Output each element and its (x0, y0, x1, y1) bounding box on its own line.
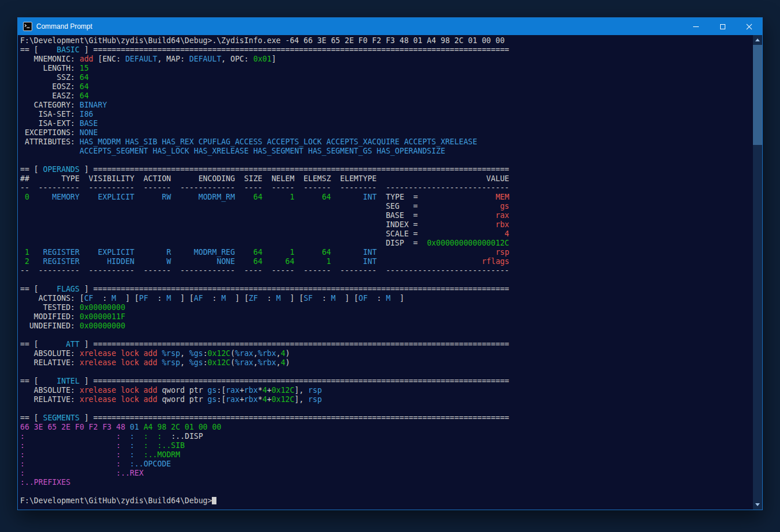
scroll-up-icon (755, 39, 760, 41)
text-span: %rax (235, 349, 253, 358)
text-span: 4 (281, 358, 286, 367)
text-span: M (166, 294, 171, 303)
text-span: ACCEPTS_SEGMENT HAS_LOCK HAS_XRELEASE HA… (79, 147, 445, 155)
text-span (25, 450, 116, 459)
text-span (418, 220, 496, 229)
text-span: ] (272, 55, 276, 63)
text-span: : (116, 450, 121, 459)
text-span: : (116, 432, 121, 441)
text-span (20, 147, 79, 155)
text-span: ABSOLUTE: (20, 386, 79, 395)
text-span: :..SIB (157, 441, 185, 450)
minimize-icon (693, 26, 699, 27)
text-span: SEG = (386, 202, 418, 210)
terminal-output[interactable]: F:\Development\GitHub\zydis\Build64\Debu… (18, 35, 753, 510)
text-span: MODRM_REG (194, 248, 235, 257)
text-span: : (116, 460, 121, 468)
text-span: SCALE = (386, 229, 418, 238)
text-span: 64 (79, 82, 89, 91)
text-span: 66 3E 65 2E F0 F2 F3 (20, 423, 116, 431)
scroll-up-button[interactable] (753, 35, 762, 45)
terminal-line: SEG = gs (20, 202, 753, 211)
text-span: , MAP: (157, 55, 189, 63)
text-span: : (258, 294, 276, 303)
text-span: xrelease lock add (79, 349, 157, 358)
text-span: :..REX (116, 469, 144, 477)
text-span: 0x12C (208, 349, 231, 358)
title-bar[interactable]: Command Prompt (18, 18, 762, 35)
text-span: : (20, 441, 25, 450)
window-controls (683, 18, 762, 35)
text-span: NONE (79, 128, 98, 137)
close-button[interactable] (736, 18, 762, 35)
text-span (135, 441, 144, 450)
scroll-down-icon (755, 503, 760, 506)
text-span: TESTED: (20, 303, 79, 312)
text-span: :[ (216, 386, 226, 395)
text-span (148, 441, 157, 450)
scrollbar-thumb[interactable] (753, 45, 762, 145)
text-span: :..PREFIXES (20, 478, 70, 487)
text-span (295, 193, 322, 201)
terminal-line: ABSOLUTE: xrelease lock add qword ptr gs… (20, 386, 753, 395)
terminal-line: F:\Development\GitHub\zydis\Build64\Debu… (20, 496, 753, 506)
text-span (235, 193, 253, 201)
terminal-line: : : : :..MODRM (20, 450, 753, 460)
text-span: ] (79, 414, 93, 422)
text-span: A4 (143, 423, 157, 431)
text-span: INTEL (57, 377, 80, 385)
text-span (121, 450, 130, 459)
text-span: : (368, 294, 386, 303)
text-span: 0x0000011F (79, 312, 125, 321)
text-span (331, 193, 363, 201)
text-span: : (93, 294, 112, 303)
text-span: ========================================… (93, 165, 509, 174)
text-span: SSZ: (20, 73, 79, 82)
terminal-line: == [ OPERANDS ] ========================… (20, 165, 753, 174)
text-span: rsp (308, 386, 322, 395)
text-span: DEFAULT (189, 55, 222, 63)
text-span: gs (208, 395, 217, 404)
terminal-line: RELATIVE: xrelease lock add %rsp, %gs:0x… (20, 358, 753, 368)
text-span: ] [ (116, 294, 139, 303)
terminal-line: == [ INTEL ] ===========================… (20, 377, 753, 386)
text-span: ] (79, 377, 93, 385)
terminal-line: : : : : : :..DISP (20, 432, 753, 441)
text-span: EXCEPTIONS: (20, 128, 79, 137)
text-span: ## TYPE VISIBILITY ACTION ENCODING SIZE … (20, 174, 509, 183)
text-span: INDEX = (386, 220, 418, 229)
text-span: RW (162, 193, 171, 201)
text-span (25, 432, 116, 441)
scroll-down-button[interactable] (753, 500, 762, 510)
text-span: M (276, 294, 281, 303)
text-span: MODRM_RM (199, 193, 235, 201)
minimize-button[interactable] (683, 18, 709, 35)
terminal-line (20, 368, 753, 377)
text-span: 0x00000000 (79, 322, 125, 330)
text-span: CATEGORY: (20, 101, 79, 109)
text-span: FLAGS (57, 285, 80, 293)
text-span: : (20, 450, 25, 459)
scrollbar[interactable] (753, 35, 762, 510)
command-prompt-window: Command Prompt F:\Development\GitHub\zyd… (17, 17, 763, 510)
text-span: , (253, 358, 258, 367)
terminal-line: LENGTH: 15 (20, 64, 753, 73)
terminal-line: : : : : :..SIB (20, 441, 753, 450)
terminal-line: INDEX = rbx (20, 220, 753, 229)
text-span: qword ptr (157, 395, 207, 404)
text-span: * (258, 386, 262, 395)
text-span: ], (295, 395, 309, 404)
window-title: Command Prompt (36, 22, 92, 30)
text-span: : (313, 294, 331, 303)
text-span: ========================================… (93, 285, 509, 293)
maximize-button[interactable] (709, 18, 736, 35)
text-span: 4 (281, 349, 286, 358)
text-span: BINARY (79, 101, 107, 109)
text-span (295, 257, 327, 266)
text-span: :..OPCODE (130, 460, 171, 468)
text-span: == [ (20, 45, 57, 54)
terminal-line: TESTED: 0x00000000 (20, 303, 753, 312)
terminal-line: ISA-SET: I86 (20, 110, 753, 119)
text-span: xrelease lock add (79, 358, 157, 367)
text-span: ] (79, 340, 93, 349)
